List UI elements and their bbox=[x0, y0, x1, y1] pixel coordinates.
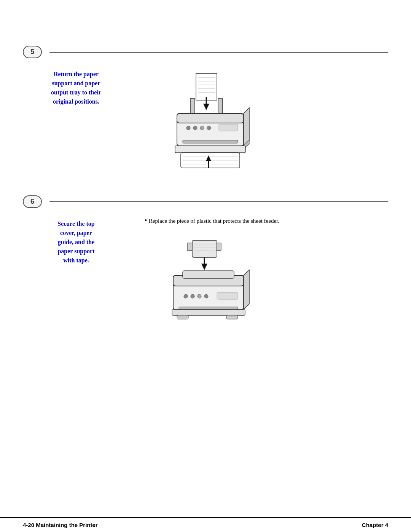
svg-rect-20 bbox=[175, 146, 245, 153]
step-5-text: Return the paper support and paper outpu… bbox=[23, 66, 129, 106]
step-6-text-line1: Secure the top bbox=[57, 220, 94, 227]
printer-illustration-5 bbox=[145, 70, 266, 176]
step-6-line bbox=[49, 201, 388, 202]
step-6-text-line5: with tape. bbox=[63, 257, 89, 264]
step-5-header: 5 bbox=[23, 46, 388, 58]
svg-rect-43 bbox=[179, 307, 238, 309]
svg-rect-11 bbox=[177, 113, 244, 123]
step-6-section: 6 Secure the top cover, paper guide, and… bbox=[23, 195, 388, 336]
step-6-badge: 6 bbox=[23, 195, 42, 208]
svg-rect-47 bbox=[226, 315, 238, 319]
svg-point-40 bbox=[198, 294, 201, 298]
step-5-content: Return the paper support and paper outpu… bbox=[23, 66, 388, 176]
step-5-badge: 5 bbox=[23, 46, 42, 58]
step-6-text-line4: paper support bbox=[57, 248, 94, 254]
page: 5 Return the paper support and paper out… bbox=[0, 0, 411, 532]
step-5-text-line1: Return the paper bbox=[54, 71, 99, 77]
svg-point-41 bbox=[204, 294, 208, 298]
svg-point-39 bbox=[191, 294, 194, 298]
step-6-bullet: Replace the piece of plastic that protec… bbox=[145, 216, 279, 226]
step-5-text-line4: original positions. bbox=[53, 98, 99, 105]
svg-rect-16 bbox=[219, 124, 238, 131]
svg-rect-46 bbox=[177, 315, 188, 319]
step-6-text: Secure the top cover, paper guide, and t… bbox=[23, 216, 129, 265]
footer-right: Chapter 4 bbox=[362, 522, 388, 528]
svg-rect-32 bbox=[216, 243, 221, 251]
svg-marker-18 bbox=[244, 108, 249, 146]
step-5-text-line2: support and paper bbox=[52, 80, 100, 86]
svg-rect-17 bbox=[183, 140, 238, 143]
svg-rect-42 bbox=[217, 292, 238, 299]
printer-illustration-6 bbox=[145, 237, 263, 336]
svg-rect-37 bbox=[183, 271, 234, 278]
step-5-illustration-area bbox=[145, 66, 388, 176]
svg-rect-27 bbox=[192, 240, 217, 257]
step-5-illustration bbox=[145, 70, 266, 176]
step-6-text-line3: guide, and the bbox=[58, 239, 94, 245]
step-5-text-line3: output tray to their bbox=[51, 89, 101, 96]
svg-point-38 bbox=[184, 294, 188, 298]
svg-point-13 bbox=[193, 126, 197, 130]
svg-rect-45 bbox=[172, 310, 245, 315]
svg-point-15 bbox=[207, 126, 211, 130]
step-6-content: Secure the top cover, paper guide, and t… bbox=[23, 216, 388, 336]
step-6-right: Replace the piece of plastic that protec… bbox=[145, 216, 388, 336]
svg-point-14 bbox=[200, 126, 204, 130]
step-5-section: 5 Return the paper support and paper out… bbox=[23, 46, 388, 176]
svg-point-12 bbox=[186, 126, 190, 130]
step-6-illustration bbox=[145, 237, 263, 336]
step-5-line bbox=[49, 52, 388, 53]
svg-marker-44 bbox=[244, 270, 249, 310]
footer-left: 4-20 Maintaining the Printer bbox=[23, 522, 98, 528]
footer: 4-20 Maintaining the Printer Chapter 4 bbox=[0, 517, 411, 532]
step-6-text-line2: cover, paper bbox=[60, 230, 92, 236]
svg-rect-31 bbox=[187, 243, 192, 251]
step-6-header: 6 bbox=[23, 195, 388, 208]
svg-rect-0 bbox=[196, 73, 217, 100]
svg-marker-34 bbox=[202, 264, 207, 270]
svg-marker-7 bbox=[204, 104, 209, 110]
